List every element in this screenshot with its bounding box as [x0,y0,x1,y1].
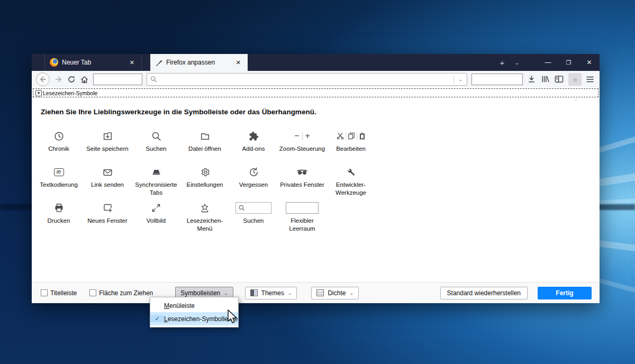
widget-vergessen[interactable]: Vergessen [229,162,278,198]
menu-item-menueleiste[interactable]: Menüleiste [150,299,238,312]
forward-button[interactable] [54,75,63,84]
chevron-down-icon: ⌄ [224,290,228,296]
density-dropdown-button[interactable]: Dichte ⌄ [311,287,359,299]
toolbar-flexible-space[interactable] [93,74,142,85]
library-icon[interactable] [540,75,550,84]
toolbar-flexible-space[interactable] [471,74,523,85]
widget-link-senden[interactable]: Link senden [83,162,132,198]
chevron-down-icon: ⌄ [288,290,292,296]
address-bar[interactable]: ⌄ [147,73,467,86]
close-button[interactable]: ✕ [579,54,600,71]
firefox-window: Neuer Tab ✕ Firefox anpassen ✕ + ⌄ — ❐ ✕ [32,54,600,303]
widget-chronik[interactable]: Chronik [34,126,83,162]
widget-entwickler-werkzeuge[interactable]: Entwickler-Werkzeuge [326,162,375,198]
tab-label: Firefox anpassen [166,59,230,66]
widget-lesezeichen-menu[interactable]: Lesezeichen-Menü [180,198,229,234]
fullscreen-arrows-icon [151,200,161,216]
tabbar-right-controls: + ⌄ — ❐ ✕ [494,54,600,71]
widget-suchen[interactable]: Suchen [132,126,180,162]
widget-suchfeld[interactable]: Suchen [229,198,278,234]
firefox-logo-icon [50,58,58,67]
checkbox-label: Titelleiste [50,289,77,297]
tab-close-icon[interactable]: ✕ [234,58,243,67]
chevron-down-icon: ⌄ [349,290,353,296]
customize-palette: ⌃ Ziehen Sie Ihre Lieblingswerkzeuge in … [32,97,600,282]
checkbox-icon[interactable] [41,289,48,296]
reload-icon[interactable] [67,75,76,84]
urlbar-dropdown-chevron-icon[interactable]: ⌄ [453,75,464,84]
check-icon: ✓ [150,315,164,322]
flexible-space-box [286,200,319,216]
widget-zoom-steuerung[interactable]: −+ Zoom-Steuerung [278,126,326,162]
minimize-button[interactable]: — [538,54,558,71]
settings-gear-icon [200,164,210,180]
copy-icon [348,132,355,140]
drop-hint-chevron-icon: ⌃ [574,98,578,105]
window-controls: — ❐ ✕ [538,54,600,71]
themes-icon [250,289,258,296]
widget-seite-speichern[interactable]: Seite speichern [83,126,132,162]
tab-list-chevron-icon[interactable]: ⌄ [510,60,524,66]
navigation-toolbar: ⌄ » [32,71,600,87]
widget-synchronisierte-tabs[interactable]: Synchronisierte Tabs [132,162,180,198]
puzzle-piece-icon [249,128,259,144]
overflow-menu-button[interactable]: » [568,73,582,86]
toolbars-menu: Menüleiste ✓ Lesezeichen-Symbolleiste [150,297,239,327]
customize-brush-icon [155,59,162,66]
checkbox-label: Fläche zum Ziehen [99,289,153,297]
widget-privates-fenster[interactable]: Privates Fenster [278,162,326,198]
developer-wrench-icon [347,164,356,180]
widget-einstellungen[interactable]: Einstellungen [180,162,229,198]
widget-grid: Chronik Seite speichern Suchen Datei öff… [34,126,600,234]
titlebar-checkbox[interactable]: Titelleiste [41,289,77,297]
search-field-widget [235,200,271,216]
envelope-icon [102,164,113,180]
bookmark-star-tray-icon [199,200,210,216]
maximize-button[interactable]: ❐ [558,54,579,71]
mouse-cursor [226,310,238,327]
printer-icon [53,200,65,216]
paste-icon [359,132,366,140]
sidebar-icon[interactable] [554,75,564,84]
scissors-icon [337,132,344,140]
restore-defaults-button[interactable]: Standard wiederherstellen [440,287,528,299]
forget-history-clock-icon [248,164,259,180]
drag-space-checkbox[interactable]: Fläche zum Ziehen [89,289,153,297]
widget-textkodierung[interactable]: æ Textkodierung [34,162,83,198]
bookmarks-toolbar-items[interactable]: ★ Lesezeichen-Symbole [35,90,97,96]
widget-vollbild[interactable]: Vollbild [132,198,180,234]
home-icon[interactable] [80,75,89,84]
tab-label: Neuer Tab [62,59,124,66]
tab-bar: Neuer Tab ✕ Firefox anpassen ✕ + ⌄ — ❐ ✕ [32,54,600,71]
search-magnifier-icon [151,128,162,144]
menu-item-lesezeichen-symbolleiste[interactable]: ✓ Lesezeichen-Symbolleiste [150,312,238,325]
bookmarks-toolbar-label: Lesezeichen-Symbole [43,90,97,96]
hamburger-menu-icon[interactable] [586,76,594,83]
widget-bearbeiten[interactable]: Bearbeiten [326,126,375,162]
widget-add-ons[interactable]: Add-ons [229,126,278,162]
menu-item-label: Menüleiste [164,302,195,310]
tab-firefox-anpassen[interactable]: Firefox anpassen ✕ [150,54,248,71]
checkbox-icon[interactable] [89,289,96,296]
back-button[interactable] [36,72,50,86]
zoom-minus-plus-icon: −+ [294,128,310,144]
widget-flexibler-leerraum[interactable]: Flexibler Leerraum [278,198,326,234]
search-icon [239,205,245,211]
cut-copy-paste-icon [337,128,366,144]
synced-tabs-device-icon [151,164,162,180]
themes-dropdown-button[interactable]: Themes ⌄ [245,287,297,299]
tab-neuer-tab[interactable]: Neuer Tab ✕ [44,54,142,71]
done-button[interactable]: Fertig [538,287,592,299]
download-icon[interactable] [527,75,536,84]
bookmarks-toolbar-droptarget[interactable]: ★ Lesezeichen-Symbole [33,88,598,97]
widget-drucken[interactable]: Drucken [34,198,83,234]
new-tab-button[interactable]: + [494,58,510,67]
open-file-folder-icon [199,128,211,144]
text-encoding-icon: æ [54,164,64,180]
widget-datei-oeffnen[interactable]: Datei öffnen [180,126,229,162]
save-page-icon [102,128,113,144]
tab-close-icon[interactable]: ✕ [128,58,137,67]
customize-heading: Ziehen Sie Ihre Lieblingswerkzeuge in di… [41,108,600,116]
widget-neues-fenster[interactable]: Neues Fenster [83,198,132,234]
new-window-plus-icon [102,200,113,216]
